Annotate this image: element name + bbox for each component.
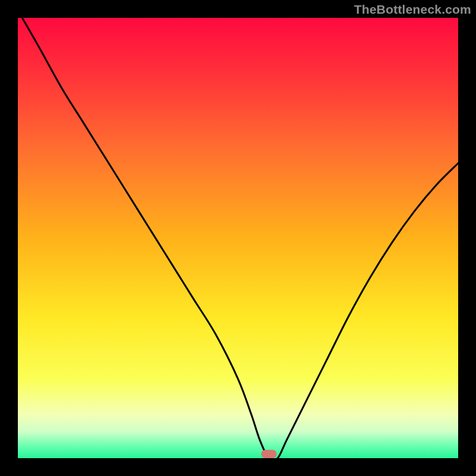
bottleneck-curve	[18, 18, 458, 458]
plot-area	[18, 18, 458, 458]
chart-frame: TheBottleneck.com	[0, 0, 476, 476]
watermark-text: TheBottleneck.com	[354, 2, 471, 17]
valley-marker	[261, 450, 277, 458]
